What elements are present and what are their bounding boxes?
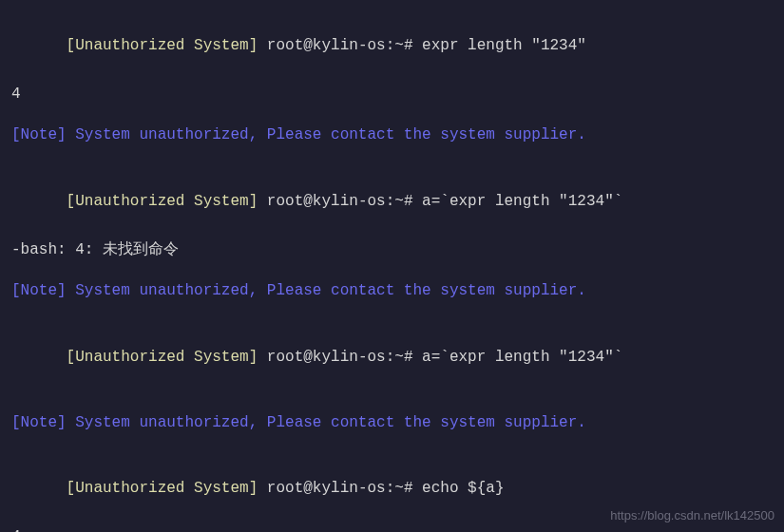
note-line: [Note] System unauthorized, Please conta… <box>11 411 773 436</box>
command: expr length "1234" <box>422 37 586 54</box>
terminal-block: [Unauthorized System] root@kylin-os:~# e… <box>11 10 773 106</box>
prompt: root@kylin-os:~# <box>267 480 413 497</box>
command-text <box>412 349 422 366</box>
command: echo ${a} <box>422 480 504 497</box>
unauthorized-prefix: [Unauthorized System] <box>67 193 258 210</box>
output-line: 4 <box>11 525 773 532</box>
note-block: [Note] System unauthorized, Please conta… <box>11 124 773 148</box>
terminal-block: [Unauthorized System] root@kylin-os:~# a… <box>11 165 773 262</box>
output-line: 4 <box>11 83 773 107</box>
watermark: https://blog.csdn.net/lk142500 <box>610 506 774 526</box>
note-block: [Note] System unauthorized, Please conta… <box>11 411 773 436</box>
prompt-text <box>258 349 267 366</box>
command-line: [Unauthorized System] root@kylin-os:~# a… <box>11 165 773 238</box>
command-text <box>412 193 422 210</box>
note-block: [Note] System unauthorized, Please conta… <box>11 279 773 304</box>
output-line: -bash: 4: 未找到命令 <box>11 238 773 263</box>
command-line: [Unauthorized System] root@kylin-os:~# a… <box>11 321 773 394</box>
unauthorized-prefix: [Unauthorized System] <box>67 37 258 54</box>
terminal-output: [Unauthorized System] root@kylin-os:~# e… <box>11 10 773 532</box>
prompt-text <box>258 37 267 54</box>
terminal-block: [Unauthorized System] root@kylin-os:~# a… <box>11 321 773 394</box>
prompt: root@kylin-os:~# <box>267 349 413 366</box>
command: a=`expr length "1234"` <box>422 349 622 366</box>
note-line: [Note] System unauthorized, Please conta… <box>11 279 773 304</box>
prompt: root@kylin-os:~# <box>267 37 413 54</box>
command-text <box>412 480 422 497</box>
note-line: [Note] System unauthorized, Please conta… <box>11 124 773 148</box>
unauthorized-prefix: [Unauthorized System] <box>67 349 258 366</box>
unauthorized-prefix: [Unauthorized System] <box>67 480 258 497</box>
command-line: [Unauthorized System] root@kylin-os:~# e… <box>11 10 773 83</box>
prompt: root@kylin-os:~# <box>267 193 413 210</box>
command: a=`expr length "1234"` <box>422 193 622 210</box>
prompt-text <box>258 480 267 497</box>
command-text <box>412 37 422 54</box>
prompt-text <box>258 193 267 210</box>
